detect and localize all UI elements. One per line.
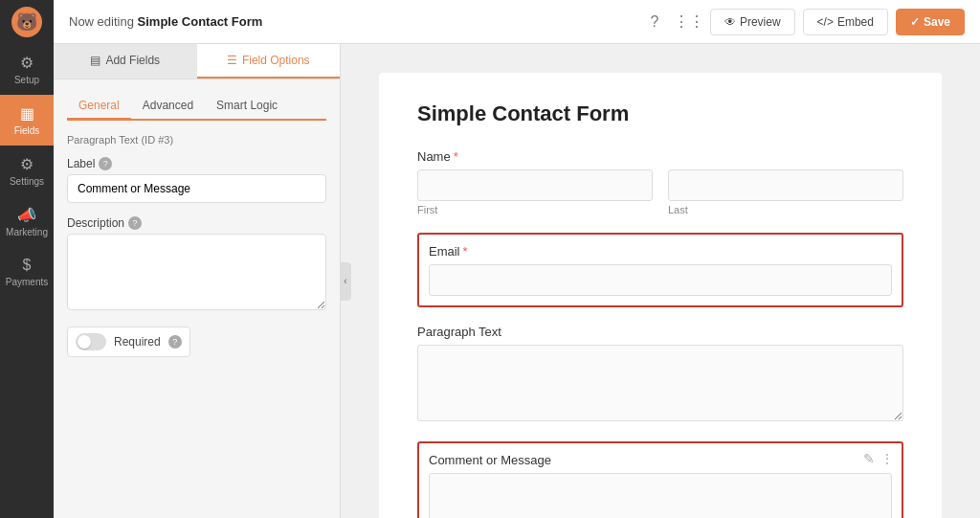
fields-icon: ▦	[20, 104, 34, 123]
name-last-input[interactable]	[668, 169, 903, 201]
editing-label: Now editing	[69, 14, 134, 29]
required-row[interactable]: Required ?	[67, 327, 190, 357]
sub-tab-smart-logic[interactable]: Smart Logic	[205, 93, 289, 119]
tab-field-options[interactable]: ☰ Field Options	[197, 44, 341, 79]
name-row: First Last	[417, 169, 903, 215]
main-wrapper: Now editing Simple Contact Form ? ⋮⋮ 👁 P…	[54, 0, 980, 518]
save-label: Save	[924, 15, 950, 29]
description-field-label: Description ?	[67, 216, 326, 230]
settings-icon: ⚙	[20, 155, 33, 173]
sub-tab-general[interactable]: General	[67, 93, 131, 121]
topbar-title: Now editing Simple Contact Form	[69, 14, 634, 29]
name-last-sublabel: Last	[668, 204, 903, 215]
help-button[interactable]: ?	[641, 9, 668, 35]
email-label: Email *	[429, 244, 892, 259]
toggle-knob	[78, 335, 91, 349]
email-field-group: Email *	[417, 233, 903, 307]
label-field-label: Label ?	[67, 157, 326, 170]
name-required-star: *	[454, 149, 458, 164]
required-label: Required	[114, 335, 161, 349]
sidebar-item-marketing-label: Marketing	[6, 227, 48, 237]
name-last-group: Last	[668, 169, 903, 215]
name-first-sublabel: First	[417, 204, 653, 215]
comment-edit-icon: ✎	[863, 451, 875, 466]
label-input[interactable]	[67, 174, 326, 203]
left-panel: ▤ Add Fields ☰ Field Options General Adv…	[54, 44, 341, 518]
name-field-group: Name * First Last	[417, 149, 903, 215]
sidebar: 🐻 ⚙ Setup ▦ Fields ⚙ Settings 📣 Marketin…	[0, 0, 54, 518]
sub-tab-advanced-label: Advanced	[143, 99, 193, 112]
comment-textarea[interactable]	[429, 473, 892, 518]
topbar-actions: ? ⋮⋮ 👁 Preview </> Embed ✓ Save	[641, 9, 965, 35]
comment-icons: ✎ ⋮	[863, 451, 894, 466]
preview-label: Preview	[740, 15, 781, 29]
required-help-icon[interactable]: ?	[168, 335, 182, 349]
sidebar-item-setup-label: Setup	[14, 75, 39, 85]
email-input[interactable]	[429, 264, 892, 296]
sidebar-item-settings-label: Settings	[10, 176, 44, 187]
sidebar-item-setup[interactable]: ⚙ Setup	[0, 44, 54, 95]
description-help-icon[interactable]: ?	[128, 216, 142, 230]
comment-label: Comment or Message	[429, 453, 892, 467]
email-label-text: Email	[429, 244, 460, 259]
sub-tab-advanced[interactable]: Advanced	[131, 93, 205, 119]
save-button[interactable]: ✓ Save	[896, 9, 965, 35]
sidebar-item-payments-label: Payments	[6, 277, 48, 287]
sidebar-item-settings[interactable]: ⚙ Settings	[0, 146, 54, 196]
sub-tabs: General Advanced Smart Logic	[67, 93, 326, 121]
field-options-icon: ☰	[227, 54, 237, 67]
embed-button[interactable]: </> Embed	[803, 9, 888, 35]
embed-code-icon: </>	[817, 15, 834, 29]
setup-icon: ⚙	[20, 54, 33, 72]
description-group: Description ?	[67, 216, 326, 313]
name-label: Name *	[417, 149, 903, 164]
preview-eye-icon: 👁	[724, 15, 736, 29]
paragraph-textarea[interactable]	[417, 345, 903, 421]
comment-label-text: Comment or Message	[429, 453, 551, 467]
sub-tab-general-label: General	[78, 99, 120, 112]
payments-icon: $	[23, 257, 32, 274]
collapse-arrow-icon: ‹	[344, 276, 346, 286]
required-toggle[interactable]	[76, 333, 106, 350]
form-name-label: Simple Contact Form	[138, 14, 263, 29]
sidebar-item-fields-label: Fields	[14, 125, 40, 136]
collapse-handle[interactable]: ‹	[340, 262, 351, 301]
description-textarea[interactable]	[67, 234, 326, 310]
name-first-group: First	[417, 169, 653, 215]
tab-add-fields[interactable]: ▤ Add Fields	[54, 44, 197, 79]
topbar: Now editing Simple Contact Form ? ⋮⋮ 👁 P…	[54, 0, 980, 44]
add-fields-icon: ▤	[90, 54, 100, 67]
panel-tabs: ▤ Add Fields ☰ Field Options	[54, 44, 340, 79]
right-panel: Simple Contact Form Name * First	[341, 44, 980, 518]
grid-button[interactable]: ⋮⋮	[676, 9, 702, 35]
embed-label: Embed	[837, 15, 874, 29]
label-text: Label	[67, 157, 95, 170]
sidebar-nav: ⚙ Setup ▦ Fields ⚙ Settings 📣 Marketing …	[0, 44, 54, 297]
bear-logo: 🐻	[11, 7, 42, 37]
email-required-star: *	[463, 244, 468, 259]
sidebar-item-marketing[interactable]: 📣 Marketing	[0, 196, 54, 247]
field-info-text: Paragraph Text (ID #3)	[67, 134, 173, 146]
field-info: Paragraph Text (ID #3)	[67, 134, 326, 146]
sidebar-item-payments[interactable]: $ Payments	[0, 247, 54, 297]
preview-button[interactable]: 👁 Preview	[710, 9, 795, 35]
paragraph-label-text: Paragraph Text	[417, 325, 501, 339]
description-text: Description	[67, 216, 124, 230]
app-logo: 🐻	[0, 0, 54, 44]
paragraph-label: Paragraph Text	[417, 325, 903, 339]
sub-tab-smart-logic-label: Smart Logic	[216, 99, 278, 112]
name-first-input[interactable]	[417, 169, 653, 201]
comment-field-group: Comment or Message ✎ ⋮	[417, 441, 903, 518]
paragraph-field-group: Paragraph Text	[417, 325, 903, 424]
form-preview: Simple Contact Form Name * First	[379, 73, 942, 518]
name-label-text: Name	[417, 149, 451, 164]
field-options-label: Field Options	[242, 54, 310, 67]
comment-more-icon: ⋮	[880, 451, 894, 466]
panel-content: General Advanced Smart Logic Paragraph T…	[54, 79, 340, 518]
sidebar-item-fields[interactable]: ▦ Fields	[0, 95, 54, 146]
label-group: Label ?	[67, 157, 326, 203]
preview-form-title: Simple Contact Form	[417, 101, 903, 126]
label-help-icon[interactable]: ?	[99, 157, 112, 170]
marketing-icon: 📣	[17, 206, 36, 224]
add-fields-label: Add Fields	[105, 54, 160, 67]
